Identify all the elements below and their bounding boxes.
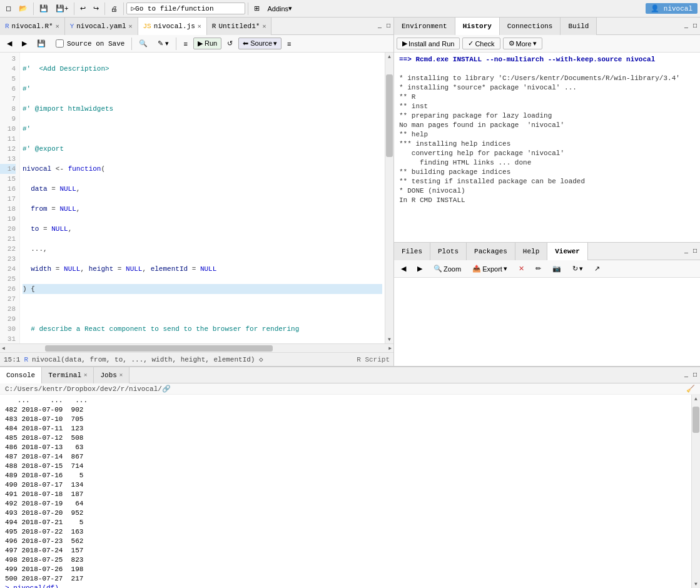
console-controls: _ □ — [681, 370, 700, 380]
right-top-tab-controls: _ □ — [681, 21, 700, 31]
right-top-minimize-btn[interactable]: _ — [682, 22, 690, 30]
code-tools-btn[interactable]: ✎ ▾ — [153, 38, 173, 49]
menu-btn[interactable]: ≡ — [283, 38, 295, 49]
viewer-refresh-btn[interactable]: ↻ ▾ — [568, 263, 587, 275]
tab-nivocal-js[interactable]: JS nivocal.js ✕ — [138, 18, 207, 35]
zoom-btn[interactable]: 🔍 Zoom — [429, 263, 465, 275]
console-clear-icon[interactable]: 🧹 — [686, 385, 695, 393]
scroll-up-arrow[interactable]: ▲ — [387, 53, 392, 61]
redo-btn[interactable]: ↪ — [90, 3, 102, 14]
right-bottom-minimize-btn[interactable]: _ — [682, 247, 690, 255]
scroll-thumb[interactable] — [386, 74, 393, 157]
rerun-btn[interactable]: ↺ — [223, 38, 237, 49]
scroll-track[interactable] — [385, 61, 393, 335]
tab-plots[interactable]: Plots — [430, 243, 467, 260]
new-file-btn[interactable]: ◻ — [3, 3, 14, 14]
terminal-tab[interactable]: Terminal ✕ — [42, 367, 94, 383]
clear-icon: ✕ — [519, 265, 524, 273]
scroll-down-arrow[interactable]: ▼ — [387, 335, 392, 343]
terminal-tab-close[interactable]: ✕ — [84, 372, 87, 378]
tab-files[interactable]: Files — [394, 243, 430, 260]
console-scroll-track[interactable] — [692, 403, 700, 580]
tab-nivocal-js-close[interactable]: ✕ — [198, 23, 201, 30]
tab-history[interactable]: History — [455, 18, 500, 35]
tab-help[interactable]: Help — [515, 243, 547, 260]
source-btn[interactable]: ⬅ Source ▾ — [238, 38, 282, 49]
source-on-save-label[interactable]: Source on Save — [51, 38, 129, 49]
source-chevron: ▾ — [273, 39, 277, 48]
jobs-tab-close[interactable]: ✕ — [119, 372, 123, 378]
tab-nivocal-yaml-close[interactable]: ✕ — [128, 23, 132, 30]
console-minimize-btn[interactable]: _ — [682, 371, 690, 379]
hscroll-track[interactable] — [7, 345, 387, 352]
editor-hscroll[interactable]: ◀ ▶ — [0, 343, 393, 352]
hscroll-thumb[interactable] — [45, 345, 273, 352]
console-vscroll[interactable]: ▲ ▼ — [691, 395, 700, 588]
export-btn[interactable]: 📤 Export ▾ — [468, 263, 512, 275]
tab-connections[interactable]: Connections — [500, 18, 561, 35]
tab-nivocal-yaml-label: nivocal.yaml — [76, 23, 126, 30]
go-to-file-btn[interactable]: ▷ Go to file/function — [126, 3, 245, 14]
code-content[interactable]: #' <Add Description> #' #' @import htmlw… — [20, 53, 385, 343]
tab-nivocal-r-close[interactable]: ✕ — [56, 23, 59, 30]
console-scroll-down[interactable]: ▼ — [693, 580, 699, 588]
tab-packages[interactable]: Packages — [467, 243, 515, 260]
console-expand-btn[interactable]: □ — [691, 371, 699, 379]
jobs-tab[interactable]: Jobs ✕ — [94, 367, 129, 383]
tab-untitled1-close[interactable]: ✕ — [262, 23, 266, 30]
console-path-link-icon: 🔗 — [162, 385, 171, 393]
undo-btn[interactable]: ↩ — [77, 3, 89, 14]
console-scroll-up[interactable]: ▲ — [693, 395, 699, 403]
grid-btn[interactable]: ⊞ — [251, 3, 263, 14]
addins-btn[interactable]: Addins ▾ — [264, 3, 295, 14]
viewer-camera-btn[interactable]: 📷 — [548, 263, 566, 275]
viewer-brush-btn[interactable]: ✏ — [531, 263, 545, 275]
right-bottom-expand-btn[interactable]: □ — [691, 247, 699, 255]
right-bottom-tabs: Files Plots Packages Help Viewer _ □ — [394, 243, 700, 260]
console-tab-bar: Console Terminal ✕ Jobs ✕ _ □ — [0, 367, 700, 383]
right-top-expand-btn[interactable]: □ — [691, 22, 699, 30]
save-all-btn[interactable]: 💾+ — [53, 3, 71, 14]
code-line-10: from = NULL, — [23, 204, 382, 214]
tab-untitled1[interactable]: R Untitled1* ✕ — [207, 18, 272, 35]
install-run-btn[interactable]: ▶ Install and Run — [397, 38, 460, 49]
tab-viewer-label: Viewer — [555, 248, 580, 255]
console-output[interactable]: ... ... ... 482 2018-07-09 902 483 2018-… — [0, 395, 691, 588]
code-line-16: # describe a React component to send to … — [23, 324, 382, 334]
tab-viewer[interactable]: Viewer — [547, 243, 588, 260]
save-doc-btn[interactable]: 💾 — [33, 38, 50, 49]
viewer-back-btn[interactable]: ◀ — [397, 263, 410, 275]
console-tab[interactable]: Console — [0, 367, 42, 383]
print-btn[interactable]: 🖨 — [108, 3, 121, 14]
console-scroll-thumb[interactable] — [692, 407, 699, 433]
build-line-11: ** building package indices — [399, 168, 695, 177]
build-line-10: finding HTML links ... done — [399, 158, 695, 168]
viewer-external-btn[interactable]: ↗ — [590, 263, 604, 275]
ed-sep2 — [176, 38, 176, 50]
editor-vscroll[interactable]: ▲ ▼ — [385, 53, 393, 343]
right-top-panel: Environment History Connections Build _ … — [394, 18, 700, 243]
run-btn[interactable]: ▶ Run — [193, 38, 221, 49]
viewer-forward-btn[interactable]: ▶ — [413, 263, 427, 275]
code-line-8: nivocal <- function( — [23, 164, 382, 174]
nav-back-btn[interactable]: ◀ — [3, 38, 16, 49]
build-line-12: ** testing if installed package can be l… — [399, 177, 695, 186]
save-btn[interactable]: 💾 — [36, 3, 51, 14]
hscroll-right-arrow[interactable]: ▶ — [387, 344, 393, 352]
source-on-save-checkbox[interactable] — [56, 39, 64, 48]
check-btn[interactable]: ✓ Check — [462, 38, 500, 49]
open-file-btn[interactable]: 📂 — [16, 3, 31, 14]
lint-btn[interactable]: ≡ — [179, 38, 191, 49]
tab-collapse-btn[interactable]: _ — [376, 22, 383, 30]
tab-nivocal-yaml[interactable]: Y nivocal.yaml ✕ — [65, 18, 138, 35]
nav-forward-btn[interactable]: ▶ — [18, 38, 31, 49]
tab-expand-btn[interactable]: □ — [385, 22, 392, 30]
viewer-clear-btn[interactable]: ✕ — [514, 263, 529, 275]
hscroll-left-arrow[interactable]: ◀ — [0, 344, 7, 352]
tab-environment[interactable]: Environment — [394, 18, 455, 35]
code-line-6: #' — [23, 124, 382, 134]
more-btn[interactable]: ⚙ More ▾ — [503, 38, 542, 49]
find-btn[interactable]: 🔍 — [134, 38, 152, 49]
tab-build[interactable]: Build — [561, 18, 597, 35]
tab-nivocal-r[interactable]: R nivocal.R* ✕ — [0, 18, 65, 35]
